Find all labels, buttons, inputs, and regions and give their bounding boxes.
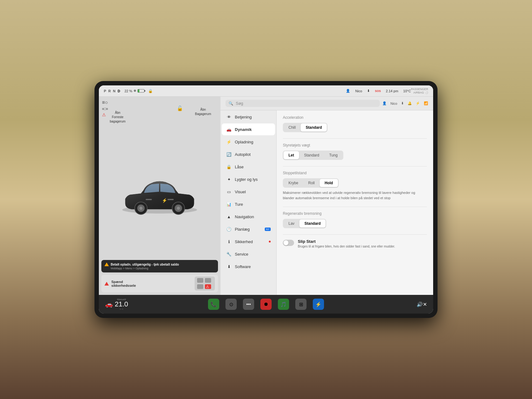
steering-title: Styretøjets vægt (283, 143, 427, 147)
menu-item-autopilot[interactable]: 🔄 Autopilot (222, 148, 275, 160)
taskbar-center: 📞 ⊙ ••• ⏺ 🎵 ⊞ ⚡ (208, 299, 324, 310)
download-icon-status: ⬇ (367, 89, 370, 93)
divider-1 (283, 138, 427, 139)
search-right-icons: 👤 Nico ⬇ 🔔 ⚡ 📶 (382, 101, 428, 105)
steering-section: Styretøjets vægt Let Standard Tung (283, 143, 427, 160)
menu-item-sikkerhed[interactable]: ℹ Sikkerhed (222, 236, 275, 248)
download-icon-search: ⬇ (401, 101, 404, 105)
hazard-icon[interactable]: ⚠ (102, 112, 108, 117)
prnd-display: P R N D (104, 89, 121, 93)
phone-icon[interactable]: 📞 (208, 299, 219, 310)
sos-label: SOS (375, 89, 381, 93)
regen-lav-btn[interactable]: Lav (283, 219, 299, 228)
user-icon: 👤 (346, 89, 350, 93)
volume-icon[interactable]: 🔊✕ (417, 301, 427, 307)
settings-area: 👁 Betjening 🚗 Dynamik ⚡ Opladning (220, 110, 433, 295)
alert-subtitle: Mobilapp > Menu > Opladning (111, 267, 215, 270)
search-magnifier-icon: 🔍 (229, 101, 233, 106)
forreste-bagagerum-label[interactable]: Åbn Forreste bagagerum (110, 111, 126, 124)
menu-item-service[interactable]: 🔧 Service (222, 248, 275, 260)
menu-item-visuel[interactable]: ▭ Visuel (222, 186, 275, 198)
speed-display: Manuelt 21.0 ○ ○ (115, 298, 128, 310)
acceleration-title: Acceleration (283, 115, 427, 120)
autopilot-icon: 🔄 (226, 151, 232, 157)
sikkerhed-dot (269, 241, 271, 243)
menu-item-planlaeg[interactable]: 🕐 Planlæg NY (222, 223, 275, 235)
dynamik-icon: 🚗 (226, 127, 232, 132)
ture-icon: 📊 (226, 201, 232, 207)
alert-banner: Betalt opladn. utilgængelig - tjek ubeta… (101, 260, 218, 272)
record-icon[interactable]: ⏺ (260, 299, 272, 310)
seatbelt-triangle-icon (104, 282, 109, 286)
battery-info: 22 % ❄ (124, 89, 144, 93)
dots-menu-icon[interactable]: ••• (243, 299, 254, 310)
bluetooth-taskbar-icon[interactable]: ⚡ (313, 299, 324, 310)
slip-start-toggle[interactable] (283, 240, 294, 246)
username-status: Nico (355, 89, 362, 93)
steering-tung-btn[interactable]: Tung (324, 151, 343, 159)
menu-item-software[interactable]: ⬇ Software (222, 261, 275, 272)
menu-item-navigation[interactable]: ▲ Navigation (222, 211, 275, 223)
time-display: 2.14 pm (386, 89, 398, 93)
software-icon: ⬇ (226, 264, 232, 269)
svg-point-6 (177, 207, 180, 210)
stop-mode-title: Stoppetilstand (283, 171, 427, 175)
speed-dots: ○ ○ (119, 308, 123, 310)
menu-item-lygter[interactable]: ✦ Lygter og lys (222, 173, 275, 185)
bagagerum-label[interactable]: Åbn Bagagerum (195, 108, 211, 116)
acceleration-chill-btn[interactable]: Chill (283, 123, 301, 132)
wiper-icon[interactable]: ≡□≡ (102, 107, 108, 111)
seatbelt-warning: Spænd sikkerhedssele ⚠ (101, 275, 218, 292)
regen-standard-btn[interactable]: Standard (299, 219, 326, 228)
speed-value: 21.0 (115, 301, 128, 308)
stop-krybe-btn[interactable]: Krybe (283, 179, 303, 187)
svg-rect-11 (205, 278, 211, 283)
menu-item-laase[interactable]: 🔒 Låse (222, 161, 275, 173)
stop-mode-section: Stoppetilstand Krybe Roll Hold Maksimere… (283, 171, 427, 200)
settings-menu: 👁 Betjening 🚗 Dynamik ⚡ Opladning (220, 110, 277, 295)
stop-mode-button-group: Krybe Roll Hold (283, 178, 339, 188)
svg-rect-12 (197, 284, 203, 289)
settings-panel: 🔍 Søg 👤 Nico ⬇ 🔔 ⚡ 📶 (220, 97, 433, 295)
menu-item-dynamik[interactable]: 🚗 Dynamik (222, 123, 275, 135)
laase-icon: 🔒 (226, 164, 232, 170)
stop-hold-btn[interactable]: Hold (320, 179, 338, 187)
bluetooth-icon-search: ⚡ (416, 101, 420, 105)
slip-start-label-group: Slip Start Bruges til at frigøre bilen, … (298, 239, 395, 249)
stop-roll-btn[interactable]: Roll (303, 179, 320, 187)
alert-title: Betalt opladn. utilgængelig - tjek ubeta… (111, 263, 179, 266)
planlaeg-icon: 🕐 (226, 226, 232, 232)
lygter-icon: ✦ (226, 176, 232, 182)
acceleration-standard-btn[interactable]: Standard (301, 123, 327, 132)
steering-standard-btn[interactable]: Standard (299, 151, 324, 159)
menu-item-ture[interactable]: 📊 Ture (222, 198, 275, 210)
signal-icon: 📶 (424, 101, 428, 105)
grid-icon[interactable]: ⊞ (295, 299, 307, 310)
navigation-icon: ▲ (226, 214, 232, 219)
camera-icon[interactable]: ⊙ (225, 299, 237, 310)
regen-button-group: Lav Standard (283, 219, 326, 228)
car-visualization-panel: ≡○ ≡□≡ ⚠ Åbn Forreste bagagerum Åbn Baga… (99, 97, 220, 295)
lock-icon: 🔓 (177, 105, 183, 111)
divider-4 (283, 234, 427, 235)
slip-start-row: Slip Start Bruges til at frigøre bilen, … (283, 239, 427, 249)
opladning-label: Opladning (235, 140, 253, 144)
status-center: 👤 Nico ⬇ SOS 2.14 pm 10°C (346, 89, 411, 93)
temperature-display: 10°C (403, 89, 411, 93)
headlight-icon[interactable]: ≡○ (102, 100, 108, 105)
slip-start-desc: Bruges til at frigøre bilen, hvis den si… (298, 244, 395, 249)
planlaeg-label: Planlæg (235, 227, 250, 232)
search-bar: 🔍 Søg 👤 Nico ⬇ 🔔 ⚡ 📶 (220, 97, 433, 110)
svg-point-3 (139, 207, 143, 210)
divider-3 (283, 207, 427, 207)
passenger-airbag-label: PASSENGERAIRBAG ⚪ (411, 88, 428, 94)
spotify-icon[interactable]: 🎵 (278, 299, 289, 310)
search-username: Nico (390, 102, 397, 105)
search-input-wrapper[interactable]: 🔍 Søg (225, 100, 380, 107)
taskbar: 🚗 Manuelt 21.0 ○ ○ 📞 ⊙ ••• ⏺ (99, 295, 433, 314)
opladning-icon: ⚡ (226, 139, 232, 145)
menu-item-opladning[interactable]: ⚡ Opladning (222, 136, 275, 148)
status-bar: P R N D 22 % ❄ 🔒 👤 Nico ⬇ SOS 2.14 pm 10… (99, 85, 433, 97)
menu-item-betjening[interactable]: 👁 Betjening (222, 111, 275, 123)
steering-let-btn[interactable]: Let (283, 151, 299, 159)
